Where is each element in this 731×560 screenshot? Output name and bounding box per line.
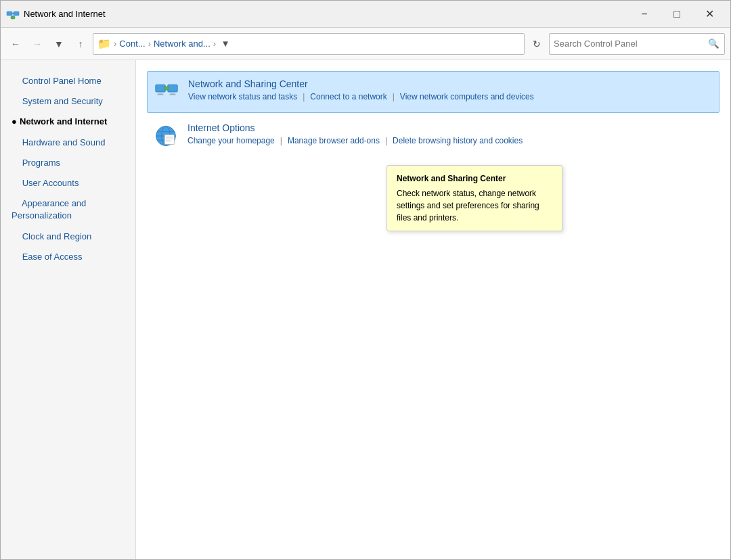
window-controls: − □ ✕ [629, 3, 725, 25]
internet-options-links: Change your homepage | Manage browser ad… [187, 136, 714, 145]
tooltip-description: Check network status, change network set… [397, 187, 552, 224]
sidebar-item-clock-region[interactable]: Clock and Region [1, 227, 135, 247]
network-sharing-content: Network and Sharing Center View network … [188, 78, 713, 101]
sidebar-item-control-panel-home[interactable]: Control Panel Home [1, 71, 135, 91]
internet-options-content: Internet Options Change your homepage | … [187, 122, 714, 145]
svg-rect-3 [11, 16, 15, 19]
back-button[interactable]: ← [6, 34, 25, 53]
svg-rect-5 [156, 85, 165, 92]
breadcrumb: 📁 › Cont... › Network and... › ▼ [93, 33, 525, 55]
svg-rect-1 [14, 11, 19, 16]
content-area: Control Panel Home System and Security ●… [1, 60, 730, 559]
breadcrumb-control-panel[interactable]: Cont... [119, 39, 145, 49]
internet-options-title[interactable]: Internet Options [187, 122, 255, 133]
link-delete-history[interactable]: Delete browsing history and cookies [393, 136, 523, 145]
sidebar-item-user-accounts[interactable]: User Accounts [1, 173, 135, 193]
tooltip-title: Network and Sharing Center [397, 172, 552, 185]
svg-rect-6 [158, 92, 162, 94]
internet-options-icon [152, 122, 179, 149]
svg-rect-12 [164, 87, 169, 90]
link-change-homepage[interactable]: Change your homepage [187, 136, 275, 145]
svg-rect-10 [170, 94, 176, 95]
network-sharing-links: View network status and tasks | Connect … [188, 92, 713, 101]
maximize-button[interactable]: □ [661, 3, 692, 25]
minimize-button[interactable]: − [629, 3, 660, 25]
sidebar-item-network-internet: ● Network and Internet [1, 112, 135, 132]
main-panel: Network and Sharing Center View network … [136, 60, 730, 559]
internet-options-item[interactable]: Internet Options Change your homepage | … [147, 116, 719, 156]
title-bar: Network and Internet − □ ✕ [1, 1, 730, 28]
search-button[interactable]: 🔍 [707, 37, 720, 51]
network-sharing-title[interactable]: Network and Sharing Center [188, 78, 308, 89]
link-connect-network[interactable]: Connect to a network [310, 92, 386, 101]
tooltip: Network and Sharing Center Check network… [386, 165, 562, 231]
sidebar-item-system-security[interactable]: System and Security [1, 91, 135, 112]
svg-rect-9 [171, 92, 174, 94]
sidebar: Control Panel Home System and Security ●… [1, 60, 136, 559]
close-button[interactable]: ✕ [694, 3, 725, 25]
sidebar-item-hardware-sound[interactable]: Hardware and Sound [1, 133, 135, 153]
svg-rect-18 [164, 135, 174, 144]
breadcrumb-network[interactable]: Network and... [154, 39, 211, 49]
network-sharing-icon [153, 78, 180, 106]
breadcrumb-dropdown-button[interactable]: ▼ [219, 37, 232, 51]
address-bar: ← → ▼ ↑ 📁 › Cont... › Network and... › ▼… [1, 28, 730, 60]
recent-locations-button[interactable]: ▼ [49, 34, 68, 53]
sidebar-item-ease-access[interactable]: Ease of Access [1, 247, 135, 267]
link-manage-addons[interactable]: Manage browser add-ons [288, 136, 380, 145]
up-button[interactable]: ↑ [71, 34, 90, 53]
search-input[interactable] [554, 39, 707, 49]
sidebar-item-appearance[interactable]: Appearance andPersonalization [1, 193, 135, 226]
search-box: 🔍 [549, 33, 725, 55]
main-window: Network and Internet − □ ✕ ← → ▼ ↑ 📁 › C… [0, 0, 731, 560]
breadcrumb-folder-icon: 📁 [97, 37, 111, 50]
link-view-computers[interactable]: View network computers and devices [400, 92, 534, 101]
svg-rect-8 [168, 85, 177, 92]
window-title: Network and Internet [24, 9, 629, 19]
sidebar-item-programs[interactable]: Programs [1, 153, 135, 173]
link-view-status[interactable]: View network status and tasks [188, 92, 297, 101]
forward-button[interactable]: → [28, 34, 47, 53]
refresh-button[interactable]: ↻ [527, 34, 546, 53]
window-icon [6, 7, 20, 21]
svg-rect-0 [7, 11, 12, 16]
svg-rect-7 [158, 94, 164, 95]
network-sharing-center-item[interactable]: Network and Sharing Center View network … [147, 71, 719, 113]
